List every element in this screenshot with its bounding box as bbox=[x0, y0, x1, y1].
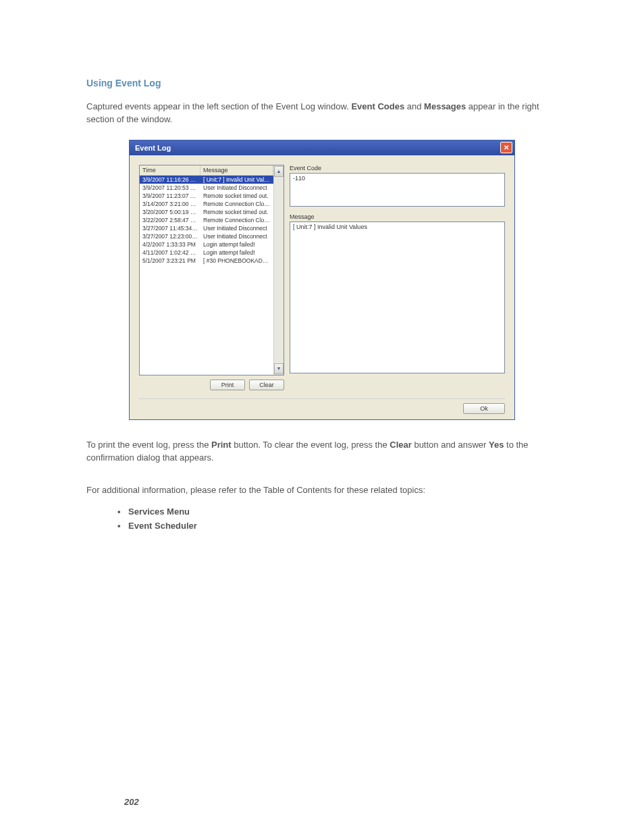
page-number: 202 bbox=[124, 797, 139, 807]
cell-time: 3/20/2007 5:00:19 PM bbox=[140, 208, 200, 216]
cell-time: 3/27/2007 12:23:00 PM bbox=[140, 232, 200, 240]
cell-message: Remote Connection Closed bbox=[200, 200, 273, 208]
bullet-item: Services Menu bbox=[117, 505, 558, 519]
cell-time: 5/1/2007 3:23:21 PM bbox=[140, 257, 200, 265]
text-bold: Clear bbox=[390, 440, 412, 450]
cell-message: User Initiated Disconnect bbox=[200, 184, 273, 192]
list-row[interactable]: 3/27/2007 11:45:34 AMUser Initiated Disc… bbox=[140, 224, 273, 232]
list-row[interactable]: 3/9/2007 11:16:26 AM[ Unit:7 ] Invalid U… bbox=[140, 176, 273, 184]
clear-button[interactable]: Clear bbox=[249, 380, 284, 390]
list-row[interactable]: 5/1/2007 3:23:21 PM[ #30 PHONEBOOKADD 1 … bbox=[140, 257, 273, 265]
list-row[interactable]: 3/9/2007 11:23:07 AMRemote socket timed … bbox=[140, 192, 273, 200]
window-title: Event Log bbox=[135, 144, 171, 152]
list-header: Time Message bbox=[140, 165, 273, 176]
bullet-list: Services MenuEvent Scheduler bbox=[117, 505, 558, 533]
text: button and answer bbox=[412, 440, 489, 450]
text: button. To clear the event log, press th… bbox=[232, 440, 390, 450]
list-row[interactable]: 3/14/2007 3:21:00 PMRemote Connection Cl… bbox=[140, 200, 273, 208]
list-row[interactable]: 3/27/2007 12:23:00 PMUser Initiated Disc… bbox=[140, 232, 273, 240]
print-button[interactable]: Print bbox=[210, 380, 245, 390]
cell-time: 4/2/2007 1:33:33 PM bbox=[140, 240, 200, 249]
scroll-down-button[interactable]: ▼ bbox=[274, 363, 284, 374]
list-row[interactable]: 3/20/2007 5:00:19 PMRemote socket timed … bbox=[140, 208, 273, 216]
event-code-label: Event Code bbox=[290, 165, 505, 172]
cell-time: 4/11/2007 1:02:42 PM bbox=[140, 249, 200, 257]
cell-message: User Initiated Disconnect bbox=[200, 224, 273, 232]
message-label: Message bbox=[290, 213, 505, 220]
cell-message: Login attempt failed! bbox=[200, 249, 273, 257]
event-list[interactable]: Time Message 3/9/2007 11:16:26 AM[ Unit:… bbox=[139, 165, 284, 375]
text-bold: Messages bbox=[424, 101, 466, 111]
bullet-item: Event Scheduler bbox=[117, 519, 558, 533]
cell-message: [ #30 PHONEBOOKADD 1 Test ] F bbox=[200, 257, 273, 265]
scrollbar[interactable]: ▲ ▼ bbox=[273, 165, 284, 375]
cell-message: User Initiated Disconnect bbox=[200, 232, 273, 240]
cell-time: 3/9/2007 11:20:53 AM bbox=[140, 184, 200, 192]
list-row[interactable]: 4/2/2007 1:33:33 PMLogin attempt failed! bbox=[140, 240, 273, 249]
text: To print the event log, press the bbox=[86, 440, 211, 450]
chevron-down-icon: ▼ bbox=[277, 366, 281, 371]
column-header-message[interactable]: Message bbox=[200, 165, 273, 175]
cell-time: 3/14/2007 3:21:00 PM bbox=[140, 200, 200, 208]
related-topics-paragraph: For additional information, please refer… bbox=[86, 484, 558, 497]
intro-paragraph: Captured events appear in the left secti… bbox=[86, 101, 558, 126]
cell-message: Login attempt failed! bbox=[200, 240, 273, 249]
ok-button[interactable]: Ok bbox=[463, 403, 505, 414]
close-button[interactable]: ✕ bbox=[500, 142, 512, 153]
event-code-field[interactable]: -110 bbox=[290, 173, 505, 207]
section-heading: Using Event Log bbox=[86, 78, 558, 88]
close-icon: ✕ bbox=[504, 144, 509, 151]
chevron-up-icon: ▲ bbox=[277, 169, 281, 174]
column-header-time[interactable]: Time bbox=[140, 165, 200, 175]
detail-panel: Event Code -110 Message [ Unit:7 ] Inval… bbox=[290, 165, 505, 390]
cell-message: [ Unit:7 ] Invalid Unit Values bbox=[200, 176, 273, 184]
message-field[interactable]: [ Unit:7 ] Invalid Unit Values bbox=[290, 221, 505, 373]
titlebar: Event Log ✕ bbox=[130, 140, 514, 155]
event-log-window: Event Log ✕ Time Message 3/9/2007 11:16:… bbox=[129, 140, 515, 420]
text-bold: Yes bbox=[489, 440, 504, 450]
cell-message: Remote Connection Closed bbox=[200, 216, 273, 224]
list-row[interactable]: 4/11/2007 1:02:42 PMLogin attempt failed… bbox=[140, 249, 273, 257]
cell-time: 3/22/2007 2:58:47 PM bbox=[140, 216, 200, 224]
list-row[interactable]: 3/9/2007 11:20:53 AMUser Initiated Disco… bbox=[140, 184, 273, 192]
text-bold: Event Codes bbox=[351, 101, 404, 111]
cell-time: 3/27/2007 11:45:34 AM bbox=[140, 224, 200, 232]
cell-time: 3/9/2007 11:23:07 AM bbox=[140, 192, 200, 200]
cell-message: Remote socket timed out. bbox=[200, 192, 273, 200]
text: Captured events appear in the left secti… bbox=[86, 101, 351, 111]
cell-time: 3/9/2007 11:16:26 AM bbox=[140, 176, 200, 184]
text: and bbox=[404, 101, 424, 111]
text-bold: Print bbox=[211, 440, 232, 450]
scroll-up-button[interactable]: ▲ bbox=[274, 166, 284, 177]
instruction-paragraph: To print the event log, press the Print … bbox=[86, 439, 558, 465]
event-list-panel: Time Message 3/9/2007 11:16:26 AM[ Unit:… bbox=[139, 165, 284, 390]
cell-message: Remote socket timed out. bbox=[200, 208, 273, 216]
list-row[interactable]: 3/22/2007 2:58:47 PMRemote Connection Cl… bbox=[140, 216, 273, 224]
